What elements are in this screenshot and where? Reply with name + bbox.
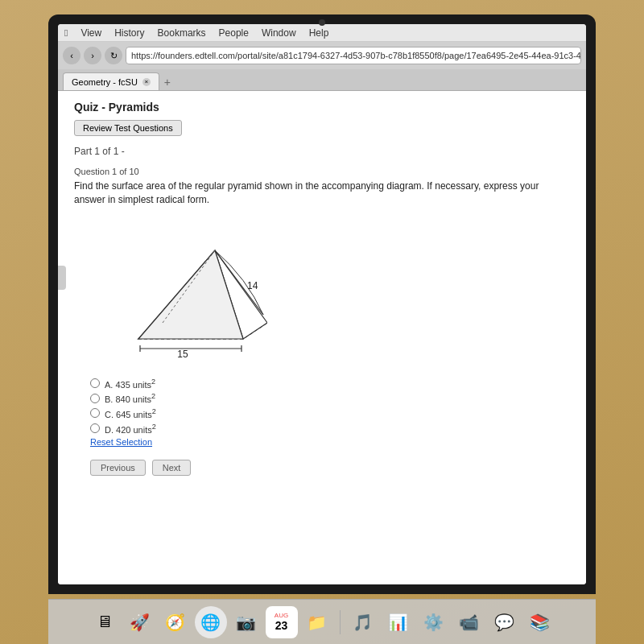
dock-photos[interactable]: 📷 — [230, 606, 262, 638]
screen-bezel:  View History Bookmarks People Window H… — [48, 14, 596, 594]
dock-finder[interactable]: 🖥 — [89, 606, 121, 638]
choice-c-text: C. 645 units2 — [105, 407, 156, 419]
new-tab-button[interactable]: + — [159, 74, 175, 90]
tab-title: Geometry - fcSU — [72, 77, 138, 87]
dock-messages[interactable]: 💬 — [489, 606, 521, 638]
url-text: https://founders.edtell.com/portal/site/… — [131, 51, 581, 60]
browser-toolbar: ‹ › ↻ https://founders.edtell.com/portal… — [58, 42, 586, 69]
choice-b-text: B. 840 units2 — [105, 392, 155, 404]
radio-b[interactable] — [90, 394, 100, 403]
pyramid-diagram: 14 15 — [90, 218, 267, 363]
menu-history[interactable]: History — [114, 27, 144, 39]
page-title: Quiz - Pyramids — [74, 101, 570, 114]
dock-files[interactable]: 📁 — [301, 606, 333, 638]
radio-c[interactable] — [90, 408, 100, 418]
dock-facetime[interactable]: 📹 — [453, 606, 485, 638]
dock-calendar[interactable]: AUG 23 — [266, 606, 298, 638]
tabs-row: Geometry - fcSU × + — [58, 69, 586, 90]
left-tab — [58, 266, 66, 290]
menu-view[interactable]: View — [80, 27, 101, 39]
page-inner: Quiz - Pyramids Review Test Questions Pa… — [58, 91, 586, 485]
dock-safari[interactable]: 🧭 — [159, 606, 192, 638]
menu-window[interactable]: Window — [262, 27, 296, 39]
diagram-container: 14 15 — [90, 218, 570, 366]
radio-d[interactable] — [90, 423, 100, 433]
review-test-button[interactable]: Review Test Questions — [74, 120, 182, 136]
menu-people[interactable]: People — [219, 27, 249, 39]
svg-marker-3 — [138, 250, 243, 339]
next-button[interactable]: Next — [152, 460, 192, 476]
tab-close-button[interactable]: × — [142, 78, 151, 86]
menu-bookmarks[interactable]: Bookmarks — [158, 27, 206, 39]
choice-a: A. 435 units2 — [90, 378, 570, 390]
forward-button[interactable]: › — [84, 47, 101, 64]
answer-choices: A. 435 units2 B. 840 units2 C. 645 units… — [90, 378, 570, 435]
question-text: Find the surface area of the regular pyr… — [74, 180, 570, 207]
laptop-shell:  View History Bookmarks People Window H… — [0, 0, 644, 644]
dock-books[interactable]: 📚 — [524, 606, 556, 638]
dock-divider — [340, 610, 341, 634]
dock-system-prefs[interactable]: ⚙️ — [418, 606, 450, 638]
previous-button[interactable]: Previous — [90, 460, 146, 476]
camera-dot — [319, 19, 325, 26]
menu-help[interactable]: Help — [309, 27, 329, 39]
question-number: Question 1 of 10 — [74, 167, 570, 176]
apple-menu[interactable]:  — [64, 27, 68, 39]
page-content: Quiz - Pyramids Review Test Questions Pa… — [58, 91, 586, 584]
reset-selection-link[interactable]: Reset Selection — [90, 437, 570, 447]
address-bar[interactable]: https://founders.edtell.com/portal/site/… — [126, 47, 581, 64]
choice-c: C. 645 units2 — [90, 407, 570, 419]
svg-text:14: 14 — [247, 280, 258, 291]
dock-launchpad[interactable]: 🚀 — [124, 606, 156, 638]
dock: 🖥 🚀 🧭 🌐 📷 AUG 23 📁 🎵 📊 ⚙️ 📹 💬 📚 — [48, 599, 596, 644]
part-label: Part 1 of 1 - — [74, 146, 570, 157]
dock-itunes[interactable]: 🎵 — [347, 606, 379, 638]
nav-buttons: Previous Next — [90, 460, 570, 476]
dock-charts[interactable]: 📊 — [382, 606, 415, 638]
browser-chrome: ‹ › ↻ https://founders.edtell.com/portal… — [58, 42, 586, 91]
choice-a-text: A. 435 units2 — [105, 378, 155, 390]
choice-d-text: D. 420 units2 — [105, 423, 156, 435]
back-button[interactable]: ‹ — [63, 47, 80, 64]
svg-text:15: 15 — [177, 349, 188, 360]
active-tab[interactable]: Geometry - fcSU × — [63, 72, 159, 90]
choice-b: B. 840 units2 — [90, 392, 570, 404]
menu-bar:  View History Bookmarks People Window H… — [58, 24, 586, 42]
radio-a[interactable] — [90, 378, 100, 388]
reload-button[interactable]: ↻ — [105, 47, 122, 64]
screen:  View History Bookmarks People Window H… — [58, 24, 586, 584]
choice-d: D. 420 units2 — [90, 423, 570, 435]
dock-chrome[interactable]: 🌐 — [195, 606, 227, 638]
